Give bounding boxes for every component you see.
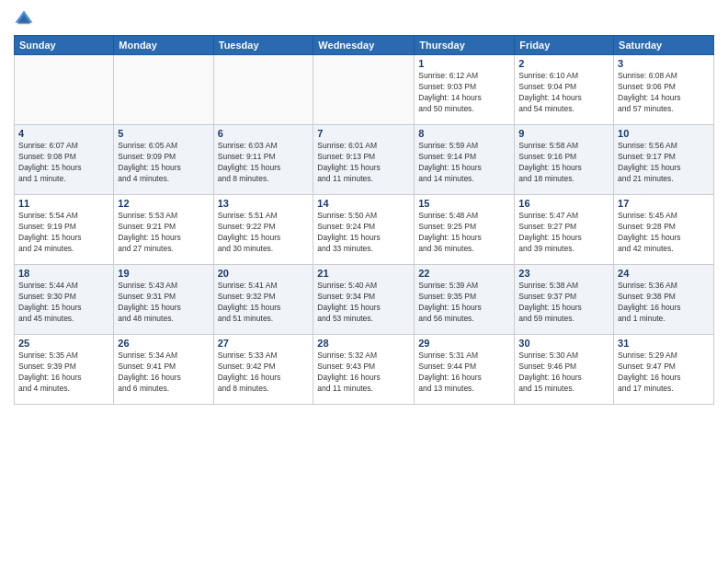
weekday-header-sunday: Sunday: [15, 36, 114, 55]
day-number: 22: [418, 268, 510, 279]
day-number: 15: [418, 198, 510, 209]
day-info: Sunrise: 5:41 AM Sunset: 9:32 PM Dayligh…: [218, 281, 310, 325]
day-number: 19: [118, 268, 209, 279]
calendar-cell: 12Sunrise: 5:53 AM Sunset: 9:21 PM Dayli…: [114, 195, 213, 265]
calendar-cell: 15Sunrise: 5:48 AM Sunset: 9:25 PM Dayli…: [415, 195, 515, 265]
weekday-header-tuesday: Tuesday: [213, 36, 313, 55]
calendar-cell: 11Sunrise: 5:54 AM Sunset: 9:19 PM Dayli…: [15, 195, 114, 265]
page: SundayMondayTuesdayWednesdayThursdayFrid…: [0, 0, 728, 563]
day-info: Sunrise: 6:01 AM Sunset: 9:13 PM Dayligh…: [317, 141, 410, 185]
day-info: Sunrise: 5:39 AM Sunset: 9:35 PM Dayligh…: [418, 281, 510, 325]
calendar-cell: 22Sunrise: 5:39 AM Sunset: 9:35 PM Dayli…: [415, 265, 515, 335]
calendar-cell: [313, 55, 415, 125]
day-number: 8: [418, 128, 510, 139]
logo-icon: [14, 9, 34, 29]
day-info: Sunrise: 5:45 AM Sunset: 9:28 PM Dayligh…: [618, 211, 710, 255]
week-row-3: 11Sunrise: 5:54 AM Sunset: 9:19 PM Dayli…: [15, 195, 714, 265]
weekday-header-monday: Monday: [114, 36, 213, 55]
day-number: 2: [518, 58, 609, 69]
day-info: Sunrise: 6:10 AM Sunset: 9:04 PM Dayligh…: [518, 71, 609, 115]
weekday-header-wednesday: Wednesday: [313, 36, 415, 55]
day-info: Sunrise: 5:32 AM Sunset: 9:43 PM Dayligh…: [317, 350, 410, 395]
day-info: Sunrise: 5:34 AM Sunset: 9:41 PM Dayligh…: [118, 350, 209, 395]
day-number: 18: [18, 268, 109, 279]
day-number: 11: [18, 198, 109, 209]
day-number: 28: [317, 338, 410, 349]
calendar-cell: 24Sunrise: 5:36 AM Sunset: 9:38 PM Dayli…: [614, 265, 714, 335]
day-number: 4: [18, 128, 109, 139]
calendar-cell: 13Sunrise: 5:51 AM Sunset: 9:22 PM Dayli…: [213, 195, 313, 265]
day-number: 1: [418, 58, 510, 69]
calendar-cell: [15, 55, 114, 125]
day-number: 21: [317, 268, 410, 279]
calendar-cell: 16Sunrise: 5:47 AM Sunset: 9:27 PM Dayli…: [515, 195, 614, 265]
calendar-cell: 18Sunrise: 5:44 AM Sunset: 9:30 PM Dayli…: [15, 265, 114, 335]
header: [14, 9, 714, 29]
day-number: 16: [518, 198, 609, 209]
day-info: Sunrise: 5:30 AM Sunset: 9:46 PM Dayligh…: [518, 350, 609, 395]
calendar-cell: 20Sunrise: 5:41 AM Sunset: 9:32 PM Dayli…: [213, 265, 313, 335]
day-info: Sunrise: 5:43 AM Sunset: 9:31 PM Dayligh…: [118, 281, 209, 325]
calendar-cell: 7Sunrise: 6:01 AM Sunset: 9:13 PM Daylig…: [313, 125, 415, 195]
day-info: Sunrise: 5:47 AM Sunset: 9:27 PM Dayligh…: [518, 211, 609, 255]
calendar-cell: 4Sunrise: 6:07 AM Sunset: 9:08 PM Daylig…: [15, 125, 114, 195]
day-number: 31: [618, 338, 710, 349]
calendar-cell: [114, 55, 213, 125]
weekday-header-row: SundayMondayTuesdayWednesdayThursdayFrid…: [15, 36, 714, 55]
day-info: Sunrise: 5:58 AM Sunset: 9:16 PM Dayligh…: [518, 141, 609, 185]
day-info: Sunrise: 6:08 AM Sunset: 9:06 PM Dayligh…: [618, 71, 710, 115]
calendar-cell: 14Sunrise: 5:50 AM Sunset: 9:24 PM Dayli…: [313, 195, 415, 265]
day-info: Sunrise: 5:33 AM Sunset: 9:42 PM Dayligh…: [218, 350, 310, 395]
calendar-cell: 30Sunrise: 5:30 AM Sunset: 9:46 PM Dayli…: [515, 335, 614, 405]
day-number: 27: [218, 338, 310, 349]
calendar-cell: 21Sunrise: 5:40 AM Sunset: 9:34 PM Dayli…: [313, 265, 415, 335]
calendar-cell: 29Sunrise: 5:31 AM Sunset: 9:44 PM Dayli…: [415, 335, 515, 405]
day-info: Sunrise: 5:35 AM Sunset: 9:39 PM Dayligh…: [18, 350, 109, 395]
day-info: Sunrise: 5:31 AM Sunset: 9:44 PM Dayligh…: [418, 350, 510, 395]
day-info: Sunrise: 5:40 AM Sunset: 9:34 PM Dayligh…: [317, 281, 410, 325]
calendar-cell: 25Sunrise: 5:35 AM Sunset: 9:39 PM Dayli…: [15, 335, 114, 405]
logo: [14, 9, 38, 29]
day-info: Sunrise: 5:38 AM Sunset: 9:37 PM Dayligh…: [518, 281, 609, 325]
day-number: 30: [518, 338, 609, 349]
calendar-cell: 8Sunrise: 5:59 AM Sunset: 9:14 PM Daylig…: [415, 125, 515, 195]
day-info: Sunrise: 5:59 AM Sunset: 9:14 PM Dayligh…: [418, 141, 510, 185]
day-number: 5: [118, 128, 209, 139]
day-number: 20: [218, 268, 310, 279]
day-info: Sunrise: 5:50 AM Sunset: 9:24 PM Dayligh…: [317, 211, 410, 255]
day-number: 17: [618, 198, 710, 209]
day-info: Sunrise: 6:03 AM Sunset: 9:11 PM Dayligh…: [218, 141, 310, 185]
day-info: Sunrise: 5:56 AM Sunset: 9:17 PM Dayligh…: [618, 141, 710, 185]
calendar-cell: 5Sunrise: 6:05 AM Sunset: 9:09 PM Daylig…: [114, 125, 213, 195]
day-number: 3: [618, 58, 710, 69]
day-number: 10: [618, 128, 710, 139]
day-number: 23: [518, 268, 609, 279]
calendar-table: SundayMondayTuesdayWednesdayThursdayFrid…: [14, 35, 714, 405]
day-number: 7: [317, 128, 410, 139]
calendar-cell: 27Sunrise: 5:33 AM Sunset: 9:42 PM Dayli…: [213, 335, 313, 405]
day-info: Sunrise: 5:51 AM Sunset: 9:22 PM Dayligh…: [218, 211, 310, 255]
calendar-cell: 6Sunrise: 6:03 AM Sunset: 9:11 PM Daylig…: [213, 125, 313, 195]
day-number: 26: [118, 338, 209, 349]
calendar-cell: 19Sunrise: 5:43 AM Sunset: 9:31 PM Dayli…: [114, 265, 213, 335]
weekday-header-friday: Friday: [515, 36, 614, 55]
day-info: Sunrise: 5:54 AM Sunset: 9:19 PM Dayligh…: [18, 211, 109, 255]
calendar-cell: 17Sunrise: 5:45 AM Sunset: 9:28 PM Dayli…: [614, 195, 714, 265]
day-info: Sunrise: 5:36 AM Sunset: 9:38 PM Dayligh…: [618, 281, 710, 325]
weekday-header-thursday: Thursday: [415, 36, 515, 55]
calendar-cell: [213, 55, 313, 125]
calendar-cell: 3Sunrise: 6:08 AM Sunset: 9:06 PM Daylig…: [614, 55, 714, 125]
week-row-4: 18Sunrise: 5:44 AM Sunset: 9:30 PM Dayli…: [15, 265, 714, 335]
week-row-1: 1Sunrise: 6:12 AM Sunset: 9:03 PM Daylig…: [15, 55, 714, 125]
calendar-cell: 31Sunrise: 5:29 AM Sunset: 9:47 PM Dayli…: [614, 335, 714, 405]
day-info: Sunrise: 6:05 AM Sunset: 9:09 PM Dayligh…: [118, 141, 209, 185]
day-info: Sunrise: 5:48 AM Sunset: 9:25 PM Dayligh…: [418, 211, 510, 255]
calendar-cell: 2Sunrise: 6:10 AM Sunset: 9:04 PM Daylig…: [515, 55, 614, 125]
calendar-cell: 10Sunrise: 5:56 AM Sunset: 9:17 PM Dayli…: [614, 125, 714, 195]
calendar-cell: 1Sunrise: 6:12 AM Sunset: 9:03 PM Daylig…: [415, 55, 515, 125]
day-info: Sunrise: 5:53 AM Sunset: 9:21 PM Dayligh…: [118, 211, 209, 255]
day-number: 12: [118, 198, 209, 209]
week-row-5: 25Sunrise: 5:35 AM Sunset: 9:39 PM Dayli…: [15, 335, 714, 405]
day-number: 14: [317, 198, 410, 209]
day-number: 6: [218, 128, 310, 139]
